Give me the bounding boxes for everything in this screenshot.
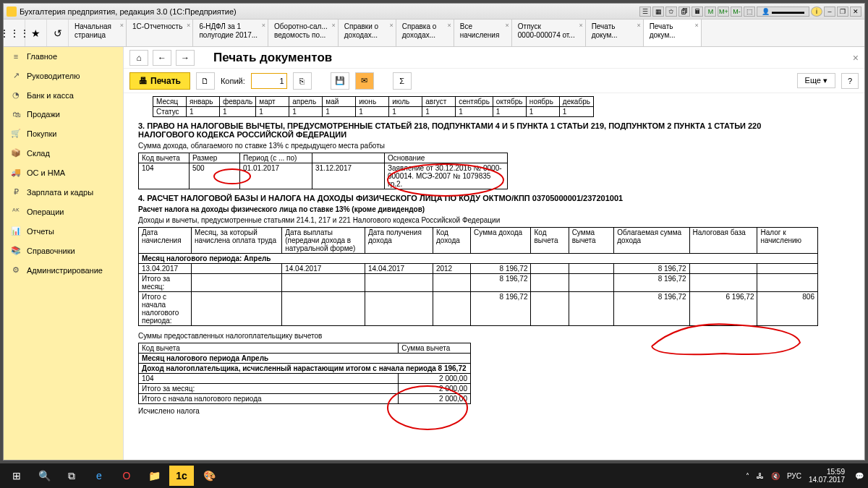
sidebar-icon: 🛍 bbox=[11, 110, 21, 119]
edge-icon[interactable]: e bbox=[87, 466, 111, 486]
window-title: Бухгалтерия предприятия, редакция 3.0 (1… bbox=[20, 7, 237, 16]
1c-taskbar-icon[interactable]: 1c bbox=[169, 466, 194, 486]
minimize-icon[interactable]: – bbox=[824, 7, 835, 17]
tb-btn[interactable]: 🗐 bbox=[678, 7, 690, 17]
save-icon[interactable]: 💾 bbox=[331, 72, 349, 90]
sidebar-icon: 📦 bbox=[11, 148, 21, 158]
mail-icon[interactable]: ✉ bbox=[355, 72, 374, 90]
document-area: Месяцянварьфевральмартапрельмайиюньиюльа… bbox=[124, 93, 864, 460]
tab-close-icon[interactable]: × bbox=[262, 21, 265, 30]
back-icon[interactable]: ← bbox=[153, 50, 171, 66]
opera-icon[interactable]: O bbox=[114, 466, 139, 486]
foot: Исчислено налога bbox=[138, 407, 850, 415]
sidebar-icon: 📚 bbox=[11, 246, 21, 255]
copies-label: Копий: bbox=[221, 77, 245, 85]
info-icon[interactable]: i bbox=[811, 7, 822, 17]
sidebar: ≡Главное↗Руководителю◔Банк и касса🛍Прода… bbox=[4, 47, 124, 460]
sidebar-item[interactable]: ⚙Администрирование bbox=[4, 260, 123, 280]
start-icon[interactable]: ⊞ bbox=[4, 466, 29, 486]
close-icon[interactable]: ✕ bbox=[850, 7, 861, 17]
tab[interactable]: Справка одоходах...× bbox=[396, 20, 454, 46]
tab[interactable]: Печатьдокум...× bbox=[644, 20, 702, 46]
tab[interactable]: Справки одоходах...× bbox=[339, 20, 396, 46]
tab[interactable]: Печатьдокум...× bbox=[586, 20, 644, 46]
clock[interactable]: 15:59 14.07.2017 bbox=[809, 468, 848, 484]
sidebar-item[interactable]: ◔Банк и касса bbox=[4, 85, 123, 105]
tab-close-icon[interactable]: × bbox=[332, 21, 336, 30]
section4-title: 4. РАСЧЕТ НАЛОГОВОЙ БАЗЫ И НАЛОГА НА ДОХ… bbox=[138, 194, 850, 202]
section3-title: 3. ПРАВО НА НАЛОГОВЫЕ ВЫЧЕТЫ, ПРЕДУСМОТР… bbox=[138, 121, 811, 139]
tb-btn[interactable]: ✩ bbox=[665, 7, 677, 17]
app-icon-1c bbox=[7, 7, 17, 17]
apps-icon[interactable]: ⋮⋮⋮ bbox=[4, 20, 25, 46]
tab-close-icon[interactable]: × bbox=[390, 21, 393, 30]
tab-close-icon[interactable]: × bbox=[506, 21, 509, 30]
close-page-icon[interactable]: × bbox=[853, 52, 859, 64]
sidebar-item[interactable]: ᴬᴷОперации bbox=[4, 202, 123, 221]
tb-btn[interactable]: ☰ bbox=[639, 7, 651, 17]
sidebar-icon: 🚚 bbox=[11, 168, 21, 177]
sidebar-icon: ↗ bbox=[11, 71, 21, 80]
tab[interactable]: Начальнаястраница× bbox=[69, 20, 127, 46]
tab[interactable]: Всеначисления× bbox=[454, 20, 512, 46]
preview-icon[interactable]: 🗋 bbox=[196, 72, 215, 90]
tab-close-icon[interactable]: × bbox=[637, 21, 640, 30]
sidebar-icon: ₽ bbox=[11, 187, 21, 197]
taskview-icon[interactable]: ⧉ bbox=[59, 466, 84, 486]
tb-btn[interactable]: ⬚ bbox=[744, 7, 755, 17]
tab[interactable]: Оборотно-сал...ведомость по...× bbox=[268, 20, 339, 46]
tray-lang[interactable]: РУС bbox=[787, 472, 801, 480]
tab-close-icon[interactable]: × bbox=[187, 21, 190, 30]
section4-table: Дата начисленияМесяц, за который начисле… bbox=[138, 227, 818, 326]
explorer-icon[interactable]: 📁 bbox=[142, 466, 166, 486]
tab[interactable]: 6-НДФЛ за 1полугодие 2017...× bbox=[193, 20, 268, 46]
history-icon[interactable]: ↺ bbox=[47, 20, 69, 46]
deduct-title: Суммы предоставленных налогоплательщику … bbox=[138, 332, 850, 340]
tb-btn[interactable]: ▦ bbox=[652, 7, 664, 17]
sidebar-item[interactable]: 📦Склад bbox=[4, 143, 123, 163]
tb-btn[interactable]: M bbox=[705, 7, 716, 17]
help-button[interactable]: ? bbox=[841, 73, 859, 89]
tray-up-icon[interactable]: ˄ bbox=[746, 472, 749, 480]
tool-btn[interactable]: ⎘ bbox=[293, 72, 312, 90]
print-button[interactable]: 🖶 Печать bbox=[129, 72, 190, 90]
deduct-table: Код вычетаСумма вычетаМесяц налогового п… bbox=[138, 343, 471, 404]
sidebar-item[interactable]: 🛍Продажи bbox=[4, 105, 123, 124]
page-title: Печать документов bbox=[213, 51, 332, 65]
sidebar-item[interactable]: 🛒Покупки bbox=[4, 124, 123, 143]
tray-network-icon[interactable]: 🖧 bbox=[757, 472, 764, 480]
copies-stepper[interactable] bbox=[251, 73, 287, 89]
restore-icon[interactable]: ❐ bbox=[837, 7, 848, 17]
section4-sub1: Расчет налога на доходы физического лица… bbox=[138, 205, 850, 213]
tab[interactable]: 1С-Отчетность× bbox=[127, 20, 193, 46]
section4-sub2: Доходы и вычеты, предусмотренные статьям… bbox=[138, 216, 850, 224]
section3-table: Код вычетаРазмерПериод (с ... по)Основан… bbox=[138, 153, 508, 189]
star-icon[interactable]: ★ bbox=[25, 20, 47, 46]
tab-close-icon[interactable]: × bbox=[579, 21, 582, 30]
tb-btn[interactable]: 🖩 bbox=[692, 7, 703, 17]
tb-btn[interactable]: M+ bbox=[718, 7, 729, 17]
tb-user[interactable]: 👤 ▬▬▬▬▬ bbox=[757, 7, 809, 17]
taskbar: ⊞ 🔍 ⧉ e O 📁 1c 🎨 ˄ 🖧 🔇 РУС 15:59 14.07.2… bbox=[0, 463, 868, 488]
sigma-icon[interactable]: Σ bbox=[393, 72, 412, 90]
sidebar-item[interactable]: 🚚ОС и НМА bbox=[4, 163, 123, 182]
paint-icon[interactable]: 🎨 bbox=[197, 466, 221, 486]
tray-vol-icon[interactable]: 🔇 bbox=[771, 472, 780, 480]
search-icon[interactable]: 🔍 bbox=[32, 466, 56, 486]
sidebar-item[interactable]: ₽Зарплата и кадры bbox=[4, 182, 123, 202]
tab[interactable]: Отпуск0000-000074 от...× bbox=[512, 20, 586, 46]
tb-btn[interactable]: M- bbox=[731, 7, 742, 17]
more-button[interactable]: Еще ▾ bbox=[797, 73, 835, 88]
sidebar-item[interactable]: ↗Руководителю bbox=[4, 66, 123, 85]
forward-icon[interactable]: → bbox=[176, 50, 195, 66]
sidebar-item[interactable]: 📚Справочники bbox=[4, 241, 123, 260]
tab-close-icon[interactable]: × bbox=[120, 21, 124, 30]
tab-close-icon[interactable]: × bbox=[448, 21, 451, 30]
sidebar-icon: ⚙ bbox=[11, 265, 21, 275]
tray-notif-icon[interactable]: 💬 bbox=[855, 472, 864, 480]
sidebar-item[interactable]: ≡Главное bbox=[4, 47, 123, 66]
sidebar-item[interactable]: 📊Отчеты bbox=[4, 221, 123, 241]
tab-close-icon[interactable]: × bbox=[694, 21, 698, 30]
home-icon[interactable]: ⌂ bbox=[129, 50, 148, 66]
section3-subtitle: Сумма дохода, облагаемого по ставке 13% … bbox=[138, 142, 850, 150]
